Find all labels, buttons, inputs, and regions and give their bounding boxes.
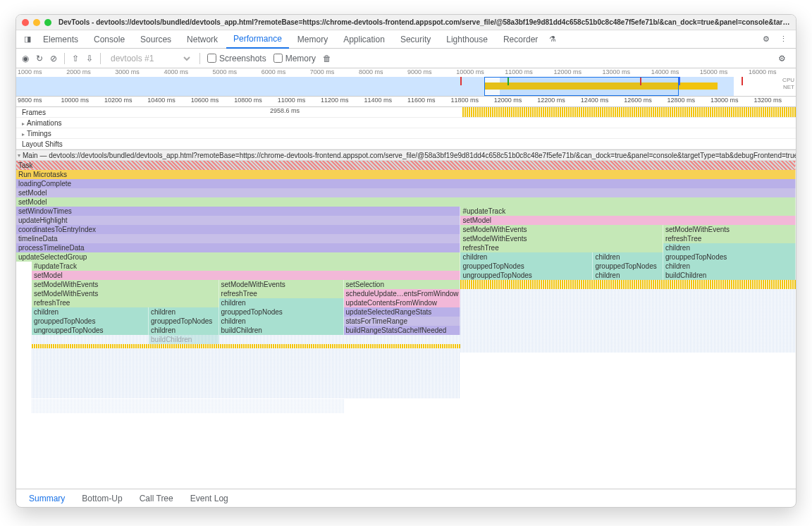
flame-bar[interactable]: setModelWithEvents — [32, 280, 219, 289]
inspect-icon[interactable]: ◨ — [20, 35, 35, 44]
tab-performance[interactable]: Performance — [226, 30, 289, 49]
frames-value: 2958.6 ms — [270, 107, 300, 114]
flame-bar[interactable]: children — [663, 262, 796, 271]
chevron-down-icon[interactable]: ▾ — [18, 152, 20, 159]
flame-updatehighlight[interactable]: updateHighlight — [16, 216, 460, 225]
flame-chart[interactable]: Task Run Microtasks loadingComplete setM… — [16, 161, 796, 489]
flame-timelinedata[interactable]: timelineData — [16, 234, 460, 243]
tab-application[interactable]: Application — [336, 30, 392, 49]
flame-bar[interactable]: grouppedTopNodes — [460, 262, 593, 271]
perf-toolbar: ◉ ↻ ⊘ ⇧ ⇩ devtools #1 Screenshots Memory… — [16, 49, 796, 68]
memory-checkbox[interactable]: Memory — [273, 54, 316, 63]
more-icon[interactable]: ⋮ — [775, 35, 792, 44]
flame-bar[interactable]: statsForTimeRange — [344, 317, 461, 326]
trash-icon[interactable]: 🗑 — [323, 54, 331, 63]
flame-bar[interactable]: refreshTree — [460, 243, 663, 252]
overview-selection[interactable] — [484, 77, 679, 96]
flame-bar[interactable]: setSelection — [344, 280, 461, 289]
screenshots-checkbox[interactable]: Screenshots — [207, 54, 266, 63]
reload-icon[interactable]: ↻ — [36, 54, 43, 63]
flame-bar[interactable]: children — [219, 298, 344, 307]
title-bar: DevTools - devtools://devtools/bundled/d… — [16, 15, 796, 30]
tab-summary[interactable]: Summary — [20, 489, 73, 508]
flame-setmodel1[interactable]: setModel — [16, 188, 796, 197]
flame-bar[interactable]: buildChildren — [663, 271, 796, 280]
chevron-right-icon[interactable]: ▸ — [22, 131, 25, 137]
flame-microtasks[interactable]: Run Microtasks — [16, 170, 796, 179]
chevron-right-icon[interactable]: ▸ — [22, 121, 25, 127]
flame-bar[interactable]: children — [593, 271, 663, 280]
flame-bar[interactable]: scheduleUpdate…entsFromWindow — [344, 289, 461, 298]
flame-bar[interactable]: buildRangeStatsCacheIfNeeded — [344, 326, 461, 335]
flame-bar[interactable]: setModelWithEvents — [663, 225, 796, 234]
tab-bottomup[interactable]: Bottom-Up — [73, 489, 130, 508]
flame-bar[interactable]: grouppedTopNodes — [593, 262, 663, 271]
tab-eventlog[interactable]: Event Log — [182, 489, 237, 508]
upload-icon[interactable]: ⇧ — [72, 54, 79, 63]
flame-coords[interactable]: coordinatesToEntryIndex — [16, 225, 460, 234]
record-icon[interactable]: ◉ — [22, 54, 29, 63]
flame-loading[interactable]: loadingComplete — [16, 179, 796, 188]
flame-updatetrack-l[interactable]: #updateTrack — [32, 262, 460, 271]
tab-lighthouse[interactable]: Lighthouse — [439, 30, 495, 49]
flame-bar[interactable]: #updateTrack — [460, 207, 796, 216]
flame-bar[interactable]: children — [149, 307, 219, 317]
flame-bar[interactable]: updateContentsFromWindow — [344, 298, 461, 307]
flame-bar[interactable]: refreshTree — [663, 234, 796, 243]
flame-bar[interactable]: children — [663, 243, 796, 252]
flame-bar[interactable]: setModelWithEvents — [460, 234, 663, 243]
layout-shifts-track[interactable]: Layout Shifts — [16, 139, 796, 149]
traffic-lights — [22, 19, 51, 26]
flame-bar[interactable]: children — [593, 252, 663, 262]
panel-tabs: ◨ Elements Console Sources Network Perfo… — [16, 30, 796, 49]
tab-calltree[interactable]: Call Tree — [131, 489, 182, 508]
perf-settings-icon[interactable]: ⚙ — [774, 54, 790, 63]
overview-ticks: 1000 ms2000 ms3000 ms4000 ms 5000 ms6000… — [16, 68, 796, 77]
window-title: DevTools - devtools://devtools/bundled/d… — [59, 18, 790, 26]
tab-security[interactable]: Security — [393, 30, 438, 49]
flame-bar[interactable]: grouppedTopNodes — [149, 317, 219, 326]
flame-bar[interactable]: children — [149, 326, 219, 335]
profile-dropdown[interactable]: devtools #1 — [108, 53, 192, 64]
flame-bar[interactable]: ungrouppedTopNodes — [460, 271, 593, 280]
overview-minimap[interactable]: 1000 ms2000 ms3000 ms4000 ms 5000 ms6000… — [16, 68, 796, 97]
flame-setwindowtimes[interactable]: setWindowTimes — [16, 207, 460, 216]
tab-elements[interactable]: Elements — [36, 30, 85, 49]
flame-bar[interactable]: children — [219, 317, 344, 326]
settings-icon[interactable]: ⚙ — [758, 35, 774, 44]
tab-recorder[interactable]: Recorder — [496, 30, 545, 49]
flame-updatesel[interactable]: updateSelectedGroup — [16, 252, 460, 262]
zoom-icon[interactable] — [44, 19, 51, 26]
flame-bar[interactable]: ungrouppedTopNodes — [32, 326, 149, 335]
flame-bar[interactable]: buildChildren — [219, 326, 344, 335]
flame-bar[interactable]: setModel — [460, 216, 796, 225]
flame-bar[interactable]: children — [460, 252, 593, 262]
flame-bar[interactable]: grouppedTopNodes — [32, 317, 149, 326]
download-icon[interactable]: ⇩ — [86, 54, 93, 63]
main-thread-header[interactable]: ▾ Main — devtools://devtools/bundled/dev… — [16, 150, 796, 161]
frames-track[interactable]: Frames 2958.6 ms — [16, 107, 796, 118]
tab-network[interactable]: Network — [180, 30, 225, 49]
flame-bar[interactable]: updateSelectedRangeStats — [344, 307, 461, 317]
tab-memory[interactable]: Memory — [290, 30, 335, 49]
flame-process[interactable]: processTimelineData — [16, 243, 460, 252]
close-icon[interactable] — [22, 19, 29, 26]
clear-icon[interactable]: ⊘ — [50, 54, 57, 63]
flame-bar[interactable]: setModelWithEvents — [219, 280, 344, 289]
flame-bar[interactable]: children — [32, 307, 149, 317]
flame-setmodel-l[interactable]: setModel — [32, 271, 460, 280]
flame-bar[interactable]: grouppedTopNodes — [219, 307, 344, 317]
timeline-ruler: 9800 ms10000 ms10200 ms10400 ms 10600 ms… — [16, 97, 796, 107]
flame-task[interactable]: Task — [16, 161, 796, 170]
tab-sources[interactable]: Sources — [133, 30, 178, 49]
timings-track[interactable]: ▸Timings — [16, 128, 796, 139]
animations-track[interactable]: ▸Animations — [16, 118, 796, 128]
flame-bar[interactable]: setModelWithEvents — [460, 225, 663, 234]
tab-console[interactable]: Console — [87, 30, 132, 49]
flame-bar[interactable]: setModelWithEvents — [32, 289, 219, 298]
flame-setmodel2[interactable]: setModel — [16, 197, 796, 207]
flame-bar[interactable]: refreshTree — [219, 289, 344, 298]
flame-bar[interactable]: refreshTree — [32, 298, 219, 307]
flame-bar[interactable]: grouppedTopNodes — [663, 252, 796, 262]
minimize-icon[interactable] — [33, 19, 40, 26]
